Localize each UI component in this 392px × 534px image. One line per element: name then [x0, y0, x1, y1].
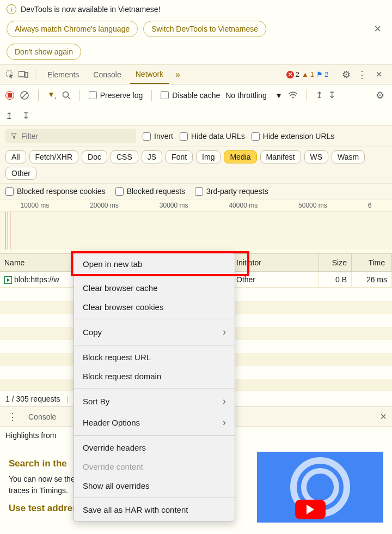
- network-conditions-icon[interactable]: [288, 92, 298, 99]
- hide-data-urls-checkbox[interactable]: Hide data URLs: [180, 132, 245, 141]
- throttling-select[interactable]: No throttling ▼: [225, 91, 283, 100]
- type-doc[interactable]: Doc: [82, 150, 107, 163]
- cm-open-new-tab[interactable]: Open in new tab: [74, 254, 235, 274]
- type-font[interactable]: Font: [166, 150, 193, 163]
- download-icon[interactable]: ↧: [328, 90, 335, 100]
- drawer-tab-console[interactable]: Console: [25, 408, 59, 426]
- type-manifest[interactable]: Manifest: [260, 150, 301, 163]
- article-thumbnail[interactable]: [257, 452, 383, 523]
- type-js[interactable]: JS: [142, 150, 162, 163]
- load-line: [10, 212, 10, 250]
- tab-elements[interactable]: Elements: [42, 66, 84, 83]
- type-css[interactable]: CSS: [111, 150, 138, 163]
- tab-network[interactable]: Network: [130, 65, 169, 84]
- invert-checkbox[interactable]: Invert: [143, 132, 173, 141]
- cm-show-overrides[interactable]: Show all overrides: [74, 476, 235, 495]
- svg-point-5: [63, 92, 68, 97]
- type-fetch[interactable]: Fetch/XHR: [29, 150, 78, 163]
- type-all[interactable]: All: [5, 150, 26, 163]
- cm-override-headers[interactable]: Override headers: [74, 438, 235, 457]
- timeline-overview[interactable]: 10000 ms 20000 ms 30000 ms 40000 ms 5000…: [0, 199, 392, 254]
- marker-line: [5, 212, 6, 250]
- youtube-play-icon[interactable]: [295, 500, 326, 519]
- kebab-icon[interactable]: ⋮: [355, 69, 369, 81]
- filter-input[interactable]: [21, 132, 131, 141]
- cm-sort-by[interactable]: Sort By›: [74, 391, 235, 412]
- type-media[interactable]: Media: [224, 150, 256, 163]
- import-har-icon[interactable]: ↥: [5, 111, 13, 121]
- drawer-close-button[interactable]: ×: [380, 410, 387, 423]
- hide-extension-urls-checkbox[interactable]: Hide extension URLs: [252, 132, 335, 141]
- warning-badge[interactable]: ▲ 1: [302, 70, 314, 78]
- tab-console[interactable]: Console: [88, 66, 126, 83]
- chevron-right-icon: ›: [223, 396, 226, 407]
- cm-header-options[interactable]: Header Options›: [74, 412, 235, 433]
- cell-time: 26 ms: [352, 272, 392, 287]
- network-toolbar-2: ↥ ↧: [0, 106, 392, 126]
- time-label: 30000 ms: [160, 202, 188, 209]
- third-party-requests-checkbox[interactable]: 3rd-party requests: [195, 187, 268, 196]
- preserve-log-checkbox[interactable]: Preserve log: [89, 91, 143, 100]
- cm-clear-cache[interactable]: Clear browser cache: [74, 278, 235, 298]
- more-tabs-button[interactable]: »: [172, 70, 183, 80]
- close-infobar-button[interactable]: ×: [370, 20, 385, 38]
- switch-language-button[interactable]: Switch DevTools to Vietnamese: [143, 21, 266, 37]
- upload-icon[interactable]: ↥: [316, 90, 323, 100]
- cm-save-har[interactable]: Save all as HAR with content: [74, 500, 235, 519]
- inspect-icon[interactable]: [5, 70, 15, 80]
- dom-content-loaded-line: [8, 212, 8, 250]
- type-img[interactable]: Img: [196, 150, 220, 163]
- match-language-button[interactable]: Always match Chrome's language: [7, 21, 138, 37]
- export-har-icon[interactable]: ↧: [22, 111, 29, 121]
- type-wasm[interactable]: Wasm: [332, 150, 365, 163]
- svg-rect-1: [19, 71, 24, 77]
- clear-icon[interactable]: [20, 90, 29, 100]
- error-badge[interactable]: ✕2: [286, 70, 299, 78]
- svg-line-6: [68, 96, 70, 99]
- blocked-requests-checkbox[interactable]: Blocked requests: [115, 187, 185, 196]
- time-label: 40000 ms: [229, 202, 258, 209]
- time-label: 6: [368, 202, 372, 209]
- disable-cache-checkbox[interactable]: Disable cache: [161, 91, 220, 100]
- search-icon[interactable]: [62, 91, 71, 100]
- settings-icon[interactable]: ⚙: [340, 69, 353, 81]
- th-initiator[interactable]: Initiator: [232, 254, 319, 271]
- svg-rect-2: [25, 72, 28, 77]
- time-label: 50000 ms: [298, 202, 327, 209]
- filter-input-wrap: [5, 129, 136, 143]
- main-tab-strip: Elements Console Network » ✕2 ▲ 1 ⚑ 2 ⚙ …: [0, 65, 392, 84]
- type-other[interactable]: Other: [5, 167, 36, 180]
- filter-row: Invert Hide data URLs Hide extension URL…: [0, 126, 392, 147]
- cm-copy[interactable]: Copy›: [74, 321, 235, 343]
- cell-size: 0 B: [319, 272, 352, 287]
- cell-initiator: Other: [232, 272, 319, 287]
- dont-show-button[interactable]: Don't show again: [7, 44, 81, 60]
- svg-line-4: [22, 93, 27, 98]
- time-label: 20000 ms: [90, 202, 119, 209]
- close-devtools-button[interactable]: ×: [371, 66, 387, 83]
- info-bar: i DevTools is now available in Vietnames…: [0, 0, 392, 65]
- type-ws[interactable]: WS: [304, 150, 329, 163]
- cm-clear-cookies[interactable]: Clear browser cookies: [74, 298, 235, 317]
- info-message: DevTools is now available in Vietnamese!: [21, 5, 161, 14]
- svg-point-7: [292, 96, 294, 98]
- chevron-right-icon: ›: [223, 417, 226, 428]
- network-toolbar: ▼• Preserve log Disable cache No throttl…: [0, 84, 392, 106]
- cm-block-url[interactable]: Block request URL: [74, 348, 235, 367]
- th-size[interactable]: Size: [319, 254, 352, 271]
- chevron-right-icon: ›: [223, 326, 226, 338]
- context-menu: Open in new tab Clear browser cache Clea…: [74, 252, 235, 522]
- cm-override-content: Override content: [74, 457, 235, 476]
- drawer-kebab-icon[interactable]: ⋮: [5, 411, 20, 423]
- media-icon: [4, 276, 12, 284]
- network-settings-icon[interactable]: ⚙: [373, 89, 387, 101]
- info-icon: i: [7, 4, 16, 14]
- issue-badge[interactable]: ⚑ 2: [316, 70, 328, 78]
- time-label: 10000 ms: [20, 202, 49, 209]
- th-time[interactable]: Time: [352, 254, 392, 271]
- cm-block-domain[interactable]: Block request domain: [74, 367, 235, 386]
- filter-icon[interactable]: ▼•: [47, 90, 57, 100]
- record-button[interactable]: [5, 91, 14, 100]
- device-icon[interactable]: [19, 70, 28, 80]
- blocked-response-cookies-checkbox[interactable]: Blocked response cookies: [5, 187, 106, 196]
